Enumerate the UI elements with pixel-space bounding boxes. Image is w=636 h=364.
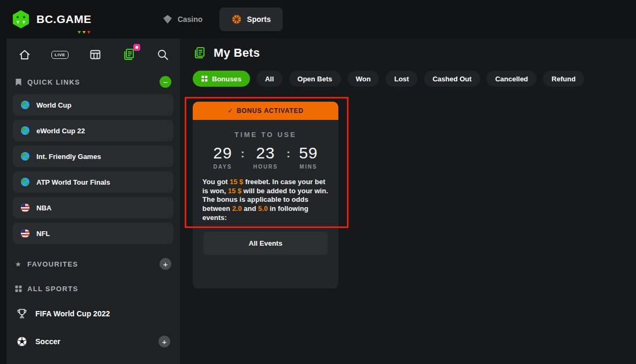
- filter-bonuses[interactable]: Bonuses: [193, 71, 250, 87]
- quick-link-eworld-cup[interactable]: eWorld Cup 22: [13, 120, 173, 141]
- countdown-mins: 59 MINS: [299, 144, 317, 170]
- hours-value: 23: [253, 144, 278, 162]
- hours-label: HOURS: [253, 164, 278, 170]
- tab-sports-label: Sports: [247, 15, 270, 24]
- bonus-activated-banner: ✓ BONUS ACTIVATED: [193, 102, 338, 120]
- all-sports-title: ALL SPORTS: [27, 285, 78, 293]
- bonus-description: You got 15 $ freebet. In case your bet i…: [202, 178, 329, 222]
- collapse-quick-links-button[interactable]: −: [160, 76, 171, 88]
- filter-lost[interactable]: Lost: [385, 71, 417, 87]
- filter-label: Cancelled: [495, 75, 528, 83]
- search-icon: [156, 48, 169, 61]
- bonus-badge-icon: [133, 44, 140, 51]
- filter-label: Won: [356, 75, 371, 83]
- soccer-ball-icon: [16, 336, 28, 347]
- brand-accent-marks: [78, 31, 90, 34]
- quick-link-world-cup[interactable]: World Cup: [13, 94, 173, 116]
- filter-cancelled[interactable]: Cancelled: [487, 71, 536, 87]
- primary-nav-tabs: Casino Sports: [150, 7, 283, 31]
- bonus-countdown: 29 DAYS : 23 HOURS : 59 MINS: [193, 144, 338, 170]
- live-events-button[interactable]: LIVE: [51, 51, 69, 59]
- quick-link-label: ATP World Tour Finals: [36, 178, 110, 186]
- globe-icon: [20, 177, 30, 187]
- mins-label: MINS: [299, 164, 317, 170]
- filter-label: Bonuses: [212, 75, 241, 83]
- countdown-separator: :: [286, 144, 290, 161]
- sport-label: FIFA World Cup 2022: [35, 309, 110, 318]
- casino-diamond-icon: [162, 14, 173, 25]
- add-favourite-button[interactable]: +: [160, 258, 171, 270]
- page-title-text: My Bets: [214, 46, 260, 60]
- bet-filter-tabs: Bonuses All Open Bets Won Lost Cashed Ou…: [193, 71, 636, 87]
- tab-sports[interactable]: Sports: [219, 7, 282, 31]
- quick-link-label: World Cup: [36, 101, 71, 109]
- left-edge-strip: [0, 39, 6, 364]
- all-events-button[interactable]: All Events: [203, 232, 328, 255]
- countdown-hours: 23 HOURS: [253, 144, 278, 170]
- quick-link-label: eWorld Cup 22: [36, 127, 85, 135]
- all-sports-header: ALL SPORTS: [6, 275, 180, 298]
- bonus-activated-label: BONUS ACTIVATED: [237, 107, 304, 115]
- filter-won[interactable]: Won: [347, 71, 380, 87]
- sport-item-fifa-world-cup[interactable]: FIFA World Cup 2022: [6, 301, 180, 326]
- home-button[interactable]: [18, 48, 31, 61]
- quick-link-atp-finals[interactable]: ATP World Tour Finals: [13, 171, 173, 193]
- favourites-header: ★ FAVOURITES +: [6, 248, 180, 275]
- quick-link-int-friendly[interactable]: Int. Friendly Games: [13, 146, 173, 167]
- days-value: 29: [213, 144, 232, 162]
- quick-link-label: NFL: [36, 230, 50, 238]
- quick-link-label: Int. Friendly Games: [36, 153, 101, 161]
- logo-icon: [11, 9, 31, 29]
- quick-link-nba[interactable]: NBA: [13, 197, 173, 218]
- quick-links-header: QUICK LINKS −: [6, 66, 180, 93]
- top-navigation-bar: BC.GAME Casino Sports: [0, 0, 636, 39]
- tab-casino[interactable]: Casino: [150, 7, 215, 31]
- countdown-separator: :: [241, 144, 245, 161]
- search-button[interactable]: [156, 48, 169, 61]
- bonus-card: ✓ BONUS ACTIVATED TIME TO USE 29 DAYS : …: [193, 102, 338, 289]
- trophy-icon: [16, 308, 28, 320]
- globe-icon: [20, 126, 30, 135]
- filter-open-bets[interactable]: Open Bets: [289, 71, 341, 87]
- globe-icon: [20, 100, 30, 110]
- bc-game-logo[interactable]: BC.GAME: [11, 9, 92, 29]
- quick-link-label: NBA: [36, 204, 51, 212]
- sidebar-icon-nav: LIVE: [6, 39, 180, 66]
- countdown-days: 29 DAYS: [213, 144, 232, 170]
- tab-casino-label: Casino: [178, 15, 203, 24]
- filter-label: Lost: [394, 75, 408, 83]
- quick-links-list: World Cup eWorld Cup 22 Int. Friendly Ga…: [6, 93, 180, 244]
- quick-link-nfl[interactable]: NFL: [13, 223, 173, 244]
- usa-flag-icon: [20, 203, 30, 213]
- expand-soccer-button[interactable]: +: [158, 336, 170, 347]
- sport-item-soccer[interactable]: Soccer +: [6, 329, 180, 354]
- my-bets-panel: My Bets Bonuses All Open Bets Won Lost C…: [180, 39, 636, 364]
- calendar-grid-icon: [89, 48, 102, 61]
- days-label: DAYS: [213, 164, 232, 170]
- sports-sidebar: LIVE: [6, 39, 180, 364]
- brand-name: BC.GAME: [36, 13, 92, 26]
- schedule-button[interactable]: [89, 48, 102, 61]
- page-title: My Bets: [193, 46, 636, 60]
- filter-cashed-out[interactable]: Cashed Out: [424, 71, 480, 87]
- filter-label: All: [265, 75, 274, 83]
- sport-label: Soccer: [35, 337, 60, 346]
- favourites-title: FAVOURITES: [27, 260, 78, 268]
- filter-label: Open Bets: [298, 75, 332, 83]
- grid-icon: [15, 285, 22, 292]
- home-icon: [18, 48, 31, 61]
- filter-all[interactable]: All: [256, 71, 283, 87]
- my-bets-button[interactable]: [122, 48, 136, 62]
- my-bets-receipt-icon: [193, 46, 207, 60]
- filter-label: Refund: [551, 75, 576, 83]
- usa-flag-icon: [20, 229, 30, 238]
- basketball-icon: [231, 14, 242, 25]
- filter-refund[interactable]: Refund: [543, 71, 584, 87]
- time-to-use-label: TIME TO USE: [193, 131, 338, 139]
- globe-icon: [20, 151, 30, 161]
- check-icon: ✓: [228, 107, 233, 115]
- bookmark-icon: [15, 78, 22, 86]
- bonuses-grid-icon: [201, 75, 208, 82]
- mins-value: 59: [299, 144, 317, 162]
- live-icon: LIVE: [51, 51, 69, 59]
